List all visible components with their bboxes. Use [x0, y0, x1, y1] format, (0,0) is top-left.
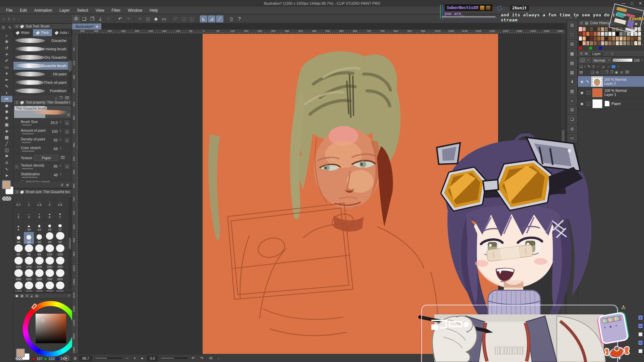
- delete-layer-icon[interactable]: ⌧: [625, 70, 629, 74]
- search-layer-icon[interactable]: ◎: [568, 125, 577, 133]
- layer-row[interactable]: ◉Paper: [578, 98, 644, 109]
- history-swatch[interactable]: [593, 27, 597, 32]
- layer-checkbox[interactable]: [587, 102, 590, 106]
- history-swatch[interactable]: [582, 32, 586, 36]
- brush-item[interactable]: Oil paint: [13, 70, 72, 78]
- brush-size-option[interactable]: 700: [45, 269, 55, 282]
- history-swatch[interactable]: [579, 41, 582, 46]
- brush-size-option[interactable]: 150: [13, 257, 24, 269]
- history-swatch[interactable]: [590, 32, 593, 36]
- lock-alpha-icon[interactable]: ⁘: [597, 64, 600, 69]
- object-tool[interactable]: ➤: [1, 172, 12, 179]
- brush-size-option[interactable]: 1: [24, 195, 34, 207]
- menu-view[interactable]: View: [92, 7, 108, 14]
- brush-size-option[interactable]: 7: [55, 207, 65, 220]
- pen-tool[interactable]: ✒: [1, 77, 12, 83]
- history-swatch[interactable]: [608, 36, 612, 41]
- pencil-tool[interactable]: ✎: [1, 83, 12, 89]
- register-to-initial-icon[interactable]: ⤓: [64, 128, 70, 135]
- reset-rotation-button[interactable]: ⟲: [208, 356, 214, 361]
- foreground-color-swatch[interactable]: [2, 180, 11, 189]
- zoom-out-button[interactable]: −: [124, 356, 129, 361]
- brush-size-option[interactable]: 120: [55, 244, 65, 257]
- palette-options-icon[interactable]: ▤: [579, 70, 583, 74]
- undo-icon[interactable]: ↶: [116, 15, 124, 22]
- sv-cursor[interactable]: [42, 319, 45, 322]
- brush-size-option[interactable]: 8: [13, 220, 24, 232]
- layer-thumbnail[interactable]: [592, 88, 602, 97]
- quick-access-panel-icon[interactable]: ☒: [568, 21, 577, 29]
- toolbar-nav-arrows[interactable]: «‖«‹: [0, 17, 72, 21]
- color-wheel-tab-icon[interactable]: ◉: [15, 294, 18, 298]
- auto-select-tool[interactable]: ✶: [1, 70, 12, 77]
- brush-size-option[interactable]: 400: [13, 269, 24, 282]
- lock-layer-icon[interactable]: ⚿: [592, 64, 595, 69]
- history-swatch[interactable]: [597, 36, 601, 41]
- brush-size-option[interactable]: 300: [55, 257, 65, 269]
- material-pattern-icon[interactable]: ▦: [568, 50, 577, 58]
- brush-size-option[interactable]: 3000: [45, 282, 55, 292]
- intermediate-color-tab-icon[interactable]: ▤: [35, 294, 38, 298]
- history-swatch[interactable]: [601, 41, 604, 46]
- brush-size-option[interactable]: 170: [24, 257, 34, 269]
- blend-tool[interactable]: ◗: [1, 89, 12, 96]
- zoom-in-button[interactable]: +: [132, 356, 137, 361]
- layer-color-dropdown-icon[interactable]: ˅: [618, 65, 619, 68]
- history-swatch[interactable]: [630, 41, 634, 46]
- material-panel-icon[interactable]: ⛶: [568, 31, 577, 39]
- menu-filter[interactable]: Filter: [108, 7, 124, 14]
- history-swatch[interactable]: [627, 41, 630, 46]
- brush-size-option[interactable]: 100: [45, 244, 55, 257]
- brush-size-option[interactable]: 20: [13, 232, 24, 244]
- eraser-tool[interactable]: ◆: [1, 102, 12, 109]
- panel-menu-icon[interactable]: ☰: [580, 52, 583, 55]
- history-swatch[interactable]: [586, 27, 590, 32]
- restore-defaults-icon[interactable]: ↺: [60, 183, 63, 187]
- history-swatch[interactable]: [634, 41, 638, 46]
- brush-size-option[interactable]: 1.5: [34, 195, 45, 207]
- flag-tool[interactable]: ⚑: [1, 153, 12, 160]
- layer-property-icon[interactable]: ❏: [568, 115, 577, 123]
- history-swatch[interactable]: [597, 32, 601, 36]
- brush-size-option[interactable]: 17: [55, 220, 65, 232]
- layer-checkbox[interactable]: [587, 91, 590, 95]
- history-swatch[interactable]: [590, 36, 593, 41]
- sub-view-panel-icon[interactable]: ☒: [568, 106, 577, 114]
- history-swatch[interactable]: [579, 27, 582, 32]
- invert-selection-icon[interactable]: ▧: [144, 15, 152, 22]
- color-set-tab-icon[interactable]: ▦: [20, 294, 23, 298]
- new-document-icon[interactable]: ❏: [80, 15, 88, 22]
- property-slider-row[interactable]: +Texture density85⇕⤓: [13, 162, 72, 171]
- brush-size-option[interactable]: 12: [34, 220, 45, 232]
- texture-select-button[interactable]: Paper: [34, 155, 58, 161]
- history-swatch[interactable]: [604, 32, 608, 36]
- brush-size-option[interactable]: 5: [34, 207, 45, 220]
- layer-name[interactable]: Layer 2: [604, 82, 627, 85]
- brush-size-option[interactable]: 3: [13, 207, 24, 220]
- deselect-icon[interactable]: ✳: [136, 15, 144, 22]
- tablet-mode-icon[interactable]: ▯: [228, 15, 235, 22]
- snap-special-ruler-icon[interactable]: ⊿: [208, 15, 215, 22]
- menu-file[interactable]: File: [3, 7, 16, 14]
- history-swatch[interactable]: [604, 41, 608, 46]
- history-swatch[interactable]: [615, 36, 619, 41]
- new-folder-icon[interactable]: ⛶: [601, 70, 603, 74]
- register-to-initial-icon[interactable]: ⤓: [64, 137, 70, 143]
- history-swatch[interactable]: [608, 32, 612, 36]
- history-swatch[interactable]: [597, 27, 601, 32]
- property-slider-row[interactable]: Color stretch68⇕: [13, 145, 72, 154]
- property-slider-row[interactable]: Brush Size25.0⇕⤓: [13, 119, 72, 127]
- history-swatch[interactable]: [579, 32, 582, 36]
- brush-size-option[interactable]: 25: [24, 232, 34, 244]
- text-tool[interactable]: A: [1, 160, 12, 166]
- history-swatch[interactable]: [579, 36, 582, 41]
- brush-size-option[interactable]: 40: [45, 232, 55, 244]
- blend-mode-dropdown[interactable]: Normal˅: [592, 57, 611, 63]
- menu-edit[interactable]: Edit: [16, 7, 30, 14]
- brush-item[interactable]: Thick oil paint: [13, 78, 72, 87]
- panel-menu-icon[interactable]: ☰: [2, 25, 5, 30]
- history-swatch[interactable]: [586, 41, 590, 46]
- help-icon[interactable]: ?: [236, 15, 243, 22]
- brush-size-option[interactable]: 500: [24, 269, 34, 282]
- history-swatch[interactable]: [597, 41, 601, 46]
